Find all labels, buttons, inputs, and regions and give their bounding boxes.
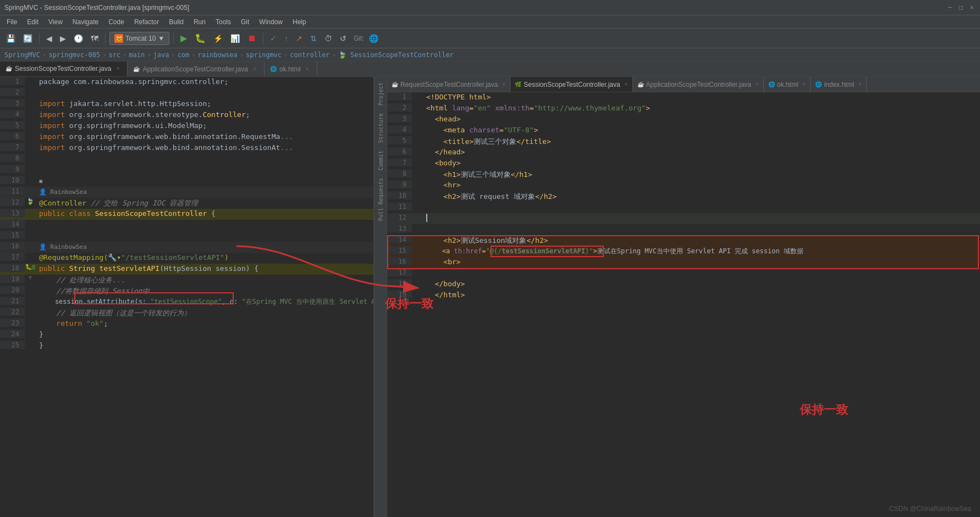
translate-button[interactable]: 🌐 [366,32,381,45]
navigate-button[interactable]: 🗺 [88,32,101,45]
menu-edit[interactable]: Edit [23,17,43,27]
commit-tool[interactable]: Commit [377,147,385,174]
rtab-close-4[interactable]: × [803,81,806,87]
tab-label-2: ApplicationScopeTestController.java [142,65,247,73]
menu-build[interactable]: Build [164,17,188,27]
breadcrumb: SpringMVC › springmvc-005 › src › main ›… [0,48,980,62]
history-button[interactable]: ⏱ [322,32,335,45]
bc-rainbowsea[interactable]: rainbowsea [198,51,238,59]
recent-files-button[interactable]: 🕐 [71,32,86,45]
java-editor-content[interactable]: 1 package com.rainbowsea.springmvc.contr… [0,77,373,517]
window-controls: ─ □ ✕ [946,4,976,12]
profile-button[interactable]: 📊 [228,32,243,45]
tomcat-icon: 🐱 [114,34,123,43]
project-tool[interactable]: Project [377,79,385,109]
menu-tools[interactable]: Tools [211,17,235,27]
tab-close-button-2[interactable]: × [251,65,258,73]
menu-refactor[interactable]: Refactor [130,17,163,27]
menu-view[interactable]: View [44,17,67,27]
vcs-update-button[interactable]: ↗ [293,32,305,45]
rtab-application-scope[interactable]: ☕ ApplicationScopeTestController.java × [633,77,764,92]
menu-help[interactable]: Help [288,17,311,27]
tab-application-scope-controller[interactable]: ☕ ApplicationScopeTestController.java × [128,62,264,76]
toolbar-separator-4 [263,33,263,44]
rtab-label-5: index.html [824,81,854,88]
menu-window[interactable]: Window [255,17,287,27]
bc-springmvc-pkg[interactable]: springmvc [246,51,282,59]
menu-navigate[interactable]: Navigate [68,17,103,27]
html-line-14: 14 <h2>测试Session域对象</h2> [387,235,980,246]
html-line-9: 9 <hr> [387,180,980,191]
stop-button[interactable]: ⏹ [245,32,259,45]
code-line-22: 22 // 返回逻辑视图（这是一个转发的行为） [0,308,373,319]
menu-code[interactable]: Code [104,17,129,27]
rtab-close-1[interactable]: × [502,81,505,87]
side-tools-panel: Project Structure Commit Pull Requests [374,77,387,517]
vcs-push-button[interactable]: ↑ [282,32,291,45]
maximize-button[interactable]: □ [957,4,965,12]
menu-run[interactable]: Run [189,17,210,27]
debug-button[interactable]: 🐛 [192,31,208,45]
vcs-button[interactable]: ✓ [267,32,279,45]
save-button[interactable]: 💾 [3,32,18,45]
bc-com[interactable]: com [178,51,190,59]
tomcat-selector[interactable]: 🐱 Tomcat 10 ▼ [109,32,169,45]
html-editor-content[interactable]: 1 <!DOCTYPE html> 2 <html lang="en" xmln… [387,92,980,517]
tab-label-3: ok.html [279,65,301,73]
forward-button[interactable]: ▶ [57,32,69,45]
rtab-close-2[interactable]: × [625,81,628,87]
title-bar: SpringMVC - SessionScopeTestController.j… [0,0,980,15]
rtab-label-1: RequestScopeTestController.java [400,81,498,88]
pull-requests-tool[interactable]: Pull Requests [377,175,385,224]
html-line-8: 8 <h1>测试三个域对象</h1> [387,169,980,180]
csdn-watermark: CSDN @ChinaRainbowSea [889,505,971,513]
html-line-10: 10 <h2>测试 request 域对象</h2> [387,191,980,202]
menu-git[interactable]: Git [236,17,254,27]
bc-main[interactable]: main [129,51,145,59]
rtab-ok-html[interactable]: 🌐 ok.html × [764,77,811,92]
tab-close-button[interactable]: × [114,65,122,73]
code-line-8: 8 [0,154,373,165]
rollback-button[interactable]: ↺ [337,32,349,45]
code-line-23: 23 return "ok"; [0,319,373,330]
html-line-4: 4 <meta charset="UTF-8"> [387,125,980,136]
rtab-close-5[interactable]: × [858,81,862,87]
code-line-25: 25 } [0,341,373,352]
vcs-merge-button[interactable]: ⇅ [307,32,320,45]
bc-springmvc-005[interactable]: springmvc-005 [48,51,100,59]
coverage-button[interactable]: ⚡ [211,32,225,45]
tab-session-scope-controller[interactable]: ☕ SessionScopeTestController.java × [0,62,128,76]
html-editor: ☕ RequestScopeTestController.java × 🌿 Se… [387,77,980,517]
rtab-index-html[interactable]: 🌐 index.html × [811,77,867,92]
bc-current-file[interactable]: 🍃 SessionScopeTestController [338,51,454,59]
sync-button[interactable]: 🔄 [20,32,35,45]
rtab-label-3: ApplicationScopeTestController.java [646,81,751,88]
rtab-session-scope[interactable]: 🌿 SessionScopeTestController.java × [510,77,632,92]
menu-file[interactable]: File [2,17,21,27]
code-line-5: 5 import org.springframework.ui.ModelMap… [0,121,373,132]
tab-ok-html[interactable]: 🌐 ok.html × [265,62,317,76]
toolbar-separator-2 [105,33,106,44]
run-button[interactable]: ▶ [178,31,190,45]
bc-src[interactable]: src [108,51,120,59]
rtab-icon-1: ☕ [392,81,398,87]
rtab-request-scope[interactable]: ☕ RequestScopeTestController.java × [387,77,510,92]
html-line-17: 17 [387,268,980,279]
minimize-button[interactable]: ─ [946,4,954,12]
rtab-close-3[interactable]: × [756,81,759,87]
tab-close-button-3[interactable]: × [304,65,311,73]
toolbar: 💾 🔄 ◀ ▶ 🕐 🗺 🐱 Tomcat 10 ▼ ▶ 🐛 ⚡ 📊 ⏹ ✓ ↑ … [0,29,980,48]
java-editor: 1 package com.rainbowsea.springmvc.contr… [0,77,374,517]
html-line-19: 19 </html> [387,290,980,301]
html-line-13: 13 [387,224,980,235]
back-button[interactable]: ◀ [43,32,55,45]
structure-tool[interactable]: Structure [377,110,385,146]
bc-springmvc[interactable]: SpringMVC [4,51,40,59]
bc-java[interactable]: java [153,51,169,59]
git-label: Git: [354,35,364,42]
java-file-icon-2: ☕ [133,66,140,72]
main-content: 1 package com.rainbowsea.springmvc.contr… [0,77,980,517]
bc-controller[interactable]: controller [290,51,329,59]
close-button[interactable]: ✕ [968,4,976,12]
rtab-icon-3: ☕ [637,81,644,87]
